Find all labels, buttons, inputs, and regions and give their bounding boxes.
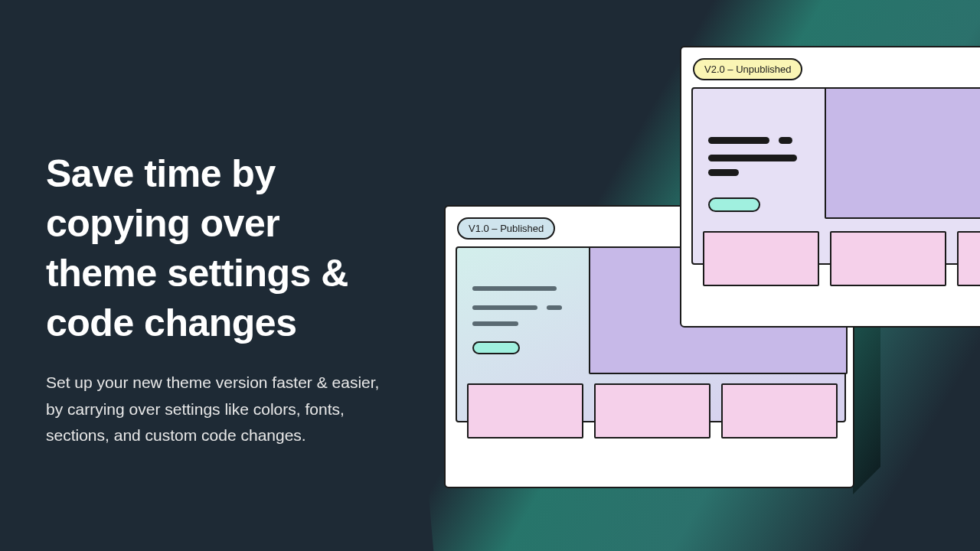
- badge-v2: V2.0 – Unpublished: [693, 58, 802, 80]
- marketing-text: Save time by copying over theme settings…: [46, 149, 383, 449]
- headline: Save time by copying over theme settings…: [46, 149, 383, 348]
- tile-icon: [467, 383, 583, 439]
- skeleton-lines-icon: [708, 133, 808, 176]
- badge-v1: V1.0 – Published: [457, 217, 555, 240]
- tile-icon: [957, 231, 980, 286]
- tile-icon: [830, 231, 946, 286]
- theme-card-v2-inner: [691, 87, 980, 265]
- tile-icon: [703, 231, 819, 286]
- theme-card-v2: V2.0 – Unpublished: [680, 46, 980, 328]
- skeleton-lines-icon: [472, 286, 572, 326]
- tile-icon: [721, 383, 838, 439]
- illustration-area: V1.0 – Published V2.0 – Unpublished: [444, 46, 980, 505]
- light-beam: [384, 0, 980, 551]
- theme-card-v1-inner: [456, 246, 846, 422]
- tile-icon: [594, 383, 710, 439]
- hero-block-icon: [825, 87, 980, 219]
- subtext: Set up your new theme version faster & e…: [46, 370, 383, 449]
- pill-button-icon: [708, 197, 760, 212]
- hero-block-icon: [589, 246, 848, 374]
- theme-card-v1: V1.0 – Published: [444, 205, 854, 488]
- pill-button-icon: [472, 341, 520, 354]
